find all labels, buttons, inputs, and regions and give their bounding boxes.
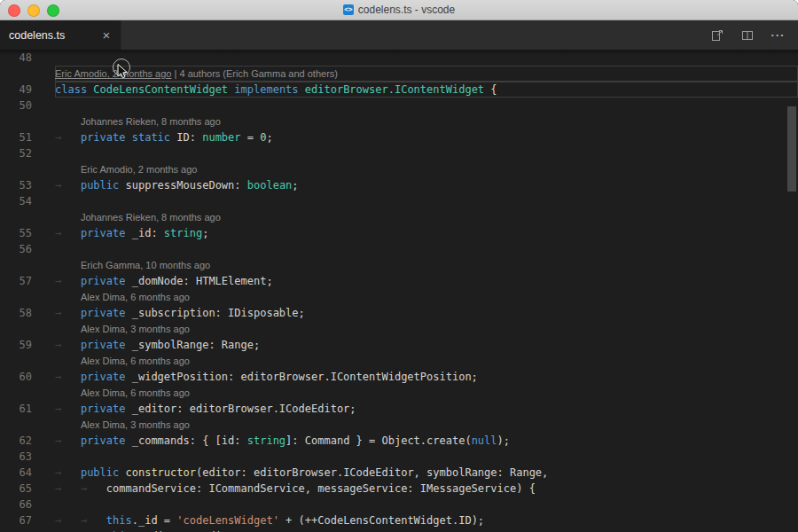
code-line: 48 xyxy=(0,50,798,66)
line-number[interactable]: 51 xyxy=(0,129,55,145)
code-text[interactable]: → private _domNode: HTMLElement; xyxy=(55,273,798,289)
code-text[interactable]: → private _widgetPosition: editorBrowser… xyxy=(55,369,798,385)
code-text[interactable]: → private _editor: editorBrowser.ICodeEd… xyxy=(55,401,798,417)
codelens-row: Alex Dima, 3 months ago xyxy=(0,321,798,337)
line-number[interactable]: 55 xyxy=(0,225,55,241)
code-line: 57→ private _domNode: HTMLElement; xyxy=(0,273,798,289)
code-text[interactable]: → → commandService: ICommandService, mes… xyxy=(55,481,798,497)
code-line: 51→ private static ID: number = 0; xyxy=(0,129,798,145)
code-text[interactable]: → public constructor(editor: editorBrows… xyxy=(55,465,798,481)
codelens-link[interactable]: Johannes Rieken, 8 months ago xyxy=(81,116,221,127)
code-text[interactable] xyxy=(55,98,798,113)
code-text[interactable] xyxy=(55,50,798,66)
code-text[interactable]: → private _subscription: IDisposable; xyxy=(55,305,798,321)
code-text[interactable]: → private static ID: number = 0; xyxy=(55,129,798,145)
code-text[interactable]: → → this._id = 'codeLensWidget' + (++Cod… xyxy=(55,512,798,528)
codelens-row: Alex Dima, 6 months ago xyxy=(0,385,798,401)
codelens-link[interactable]: Eric Amodio, 2 months ago xyxy=(81,164,197,175)
code-line: 53→ public suppressMouseDown: boolean; xyxy=(0,177,798,193)
editor: 48Eric Amodio, 2 months ago | 4 authors … xyxy=(0,50,798,532)
line-number[interactable]: 64 xyxy=(0,465,55,481)
code-line: 62→ private _commands: { [id: string]: C… xyxy=(0,433,798,449)
window-title: <> codelens.ts - vscode xyxy=(343,4,455,16)
line-number[interactable]: 52 xyxy=(0,145,55,161)
line-number[interactable]: 65 xyxy=(0,481,55,497)
line-number[interactable]: 60 xyxy=(0,369,55,385)
window-controls xyxy=(8,4,59,17)
code-text[interactable] xyxy=(55,449,798,465)
titlebar: <> codelens.ts - vscode xyxy=(0,0,798,20)
code-line: 63 xyxy=(0,449,798,465)
code-line: 58→ private _subscription: IDisposable; xyxy=(0,305,798,321)
line-number[interactable]: 66 xyxy=(0,497,55,512)
line-number[interactable]: 67 xyxy=(0,512,55,528)
code-line: 49class CodeLensContentWidget implements… xyxy=(0,82,798,98)
codelens-link[interactable]: 4 authors (Erich Gamma and others) xyxy=(179,68,338,79)
codelens-row: Alex Dima, 6 months ago xyxy=(0,289,798,305)
vertical-scrollbar-thumb[interactable] xyxy=(787,106,796,192)
minimize-window-button[interactable] xyxy=(27,4,40,17)
line-number[interactable]: 56 xyxy=(0,241,55,257)
codelens-row: Alex Dima, 6 months ago xyxy=(0,353,798,369)
vscode-icon: <> xyxy=(343,4,354,15)
close-window-button[interactable] xyxy=(8,4,20,17)
code-text[interactable]: class CodeLensContentWidget implements e… xyxy=(55,82,798,98)
line-number[interactable]: 48 xyxy=(0,50,55,66)
line-number xyxy=(0,417,55,433)
codelens-author-link[interactable]: Eric Amodio, 2 months ago xyxy=(55,68,171,79)
line-number[interactable]: 54 xyxy=(0,193,55,209)
line-number[interactable]: 57 xyxy=(0,273,55,289)
codelens-row: Alex Dima, 3 months ago xyxy=(0,417,798,433)
code-text[interactable] xyxy=(55,145,798,161)
codelens-row: Johannes Rieken, 8 months ago xyxy=(0,113,798,129)
code-text[interactable]: → private _id: string; xyxy=(55,225,798,241)
code-line: 55→ private _id: string; xyxy=(0,225,798,241)
codelens-link[interactable]: Alex Dima, 6 months ago xyxy=(81,356,190,366)
line-number[interactable]: 49 xyxy=(0,82,55,98)
code-line: 66 xyxy=(0,497,798,512)
codelens-row: Erich Gamma, 10 months ago xyxy=(0,257,798,273)
tabbar: codelens.ts × ⋯ xyxy=(0,20,798,50)
zoom-window-button[interactable] xyxy=(47,4,59,17)
line-number xyxy=(0,289,55,305)
split-editor-icon[interactable] xyxy=(739,27,755,43)
tab-label: codelens.ts xyxy=(9,29,94,42)
line-number[interactable]: 62 xyxy=(0,433,55,449)
more-actions-button[interactable]: ⋯ xyxy=(770,27,786,43)
open-changes-icon[interactable] xyxy=(709,27,725,43)
codelens-link[interactable]: Alex Dima, 3 months ago xyxy=(81,419,190,430)
code-text[interactable]: → public suppressMouseDown: boolean; xyxy=(55,177,798,193)
line-number[interactable]: 59 xyxy=(0,337,55,353)
codelens-row: Eric Amodio, 2 months ago | 4 authors (E… xyxy=(0,66,798,82)
line-number[interactable]: 63 xyxy=(0,449,55,465)
codelens-link[interactable]: Johannes Rieken, 8 months ago xyxy=(81,212,221,223)
code-line: 59→ private _symbolRange: Range; xyxy=(0,337,798,353)
codelens-row: Johannes Rieken, 8 months ago xyxy=(0,209,798,225)
codelens-link[interactable]: Alex Dima, 6 months ago xyxy=(81,292,190,302)
code-line: 68→ → this._editor = editor; xyxy=(0,528,798,532)
codelens-link[interactable]: Erich Gamma, 10 months ago xyxy=(81,260,210,270)
codelens-link[interactable]: Alex Dima, 6 months ago xyxy=(81,387,190,398)
code-line: 54 xyxy=(0,193,798,209)
line-number[interactable]: 50 xyxy=(0,98,55,113)
code-text[interactable]: → private _symbolRange: Range; xyxy=(55,337,798,353)
code-text[interactable]: → → this._editor = editor; xyxy=(55,528,798,532)
code-line: 61→ private _editor: editorBrowser.ICode… xyxy=(0,401,798,417)
code-line: 56 xyxy=(0,241,798,257)
code-line: 65→ → commandService: ICommandService, m… xyxy=(0,481,798,497)
code-text[interactable]: → private _commands: { [id: string]: Com… xyxy=(55,433,798,449)
code-text[interactable] xyxy=(55,497,798,512)
line-number xyxy=(0,385,55,401)
line-number xyxy=(0,353,55,369)
line-number[interactable]: 53 xyxy=(0,177,55,193)
codelens-link[interactable]: Alex Dima, 3 months ago xyxy=(81,324,190,334)
tab-codelens-ts[interactable]: codelens.ts × xyxy=(0,20,121,50)
code-text[interactable] xyxy=(55,193,798,209)
line-number[interactable]: 61 xyxy=(0,401,55,417)
tab-close-button[interactable]: × xyxy=(99,28,113,42)
code-text[interactable] xyxy=(55,241,798,257)
code-line: 60→ private _widgetPosition: editorBrows… xyxy=(0,369,798,385)
line-number[interactable]: 68 xyxy=(0,528,55,532)
line-number[interactable]: 58 xyxy=(0,305,55,321)
codelens-row: Eric Amodio, 2 months ago xyxy=(0,161,798,177)
